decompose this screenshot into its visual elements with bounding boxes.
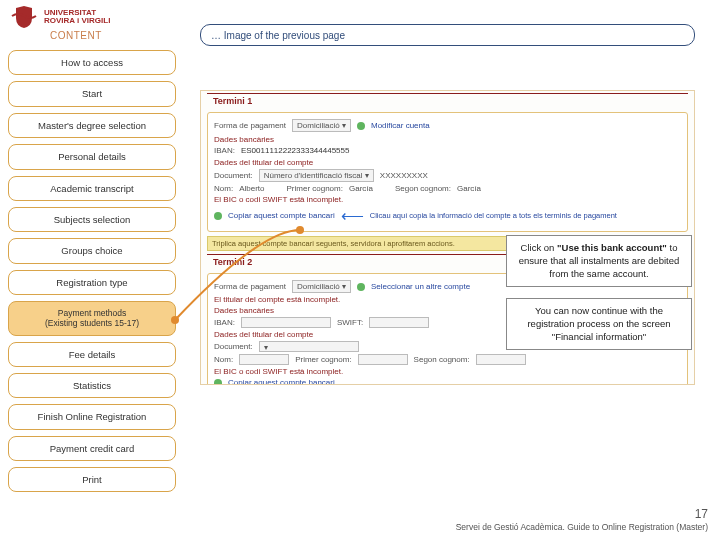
term1-modify-link[interactable]: Modificar cuenta [371,121,430,130]
term1-copy-btn[interactable]: Copiar aquest compte bancari [228,211,335,220]
term1-pay-label: Forma de pagament [214,121,286,130]
term1-arrow-text: Clicau aquí copia la informació del comp… [370,211,617,220]
term1-doc-code: XXXXXXXXX [380,171,428,180]
term2-select-link[interactable]: Seleccionar un altre compte [371,282,470,291]
term1-bic-note: El BIC o codi SWIFT està incomplet. [214,195,343,204]
term1-title: Termini 1 [207,93,688,108]
footer: 17 Servei de Gestió Acadèmica. Guide to … [456,507,708,532]
callout-box-2: You can now continue with the registrati… [506,298,692,350]
callout1-b: "Use this bank account" [557,242,667,253]
nav-academic-transcript[interactable]: Academic transcript [8,176,176,201]
nav-payment-credit-card[interactable]: Payment credit card [8,436,176,461]
term2-cognom1-label: Primer cognom: [295,355,351,364]
term2-doc-select[interactable]: ▾ [259,341,359,352]
nav-statistics[interactable]: Statistics [8,373,176,398]
term1-cognom1-value: García [349,184,373,193]
term1-doc-label: Document: [214,171,253,180]
term2-pay-label: Forma de pagament [214,282,286,291]
nav-print[interactable]: Print [8,467,176,492]
term2-iban-label: IBAN: [214,318,235,327]
nav-fee-details[interactable]: Fee details [8,342,176,367]
term1-nom-value: Alberto [239,184,264,193]
callout1-a: Click on [521,242,557,253]
term2-copy-btn[interactable]: Copiar aquest compte bancari [228,378,335,385]
content-header: CONTENT [50,30,102,41]
term2-cognom2-input[interactable] [476,354,526,365]
nav-payment-methods[interactable]: Payment methods (Existing students 15-17… [8,301,176,335]
term2-swift-label: SWIFT: [337,318,363,327]
logo-line2: ROVIRA i VIRGILI [44,17,110,25]
copy-dot-icon [214,212,222,220]
nav-groups-choice[interactable]: Groups choice [8,238,176,263]
status-dot-icon [357,122,365,130]
term1-dades: Dades bancàries [214,135,681,144]
term1-cognom2-label: Segon cognom: [395,184,451,193]
term2-nom-input[interactable] [239,354,289,365]
term1-cognom1-label: Primer cognom: [286,184,342,193]
top-banner-text: … Image of the previous page [211,30,345,41]
nav-finish-registration[interactable]: Finish Online Registration [8,404,176,429]
nav-registration-type[interactable]: Registration type [8,270,176,295]
term1-doc-select[interactable]: Número d'identificació fiscal ▾ [259,169,374,182]
arrow-left-icon: ⟵ [341,206,364,225]
term1-iban-label: IBAN: [214,146,235,155]
footer-text: Servei de Gestió Acadèmica. Guide to Onl… [456,522,708,532]
term2-swift-input[interactable] [369,317,429,328]
term1-pay-select[interactable]: Domiciliació ▾ [292,119,351,132]
callout-box-1: Click on "Use this bank account" to ensu… [506,235,692,287]
status-dot-icon [357,283,365,291]
copy-dot-icon [214,379,222,386]
top-banner: … Image of the previous page [200,24,695,46]
term1-titular: Dades del titular del compte [214,158,681,167]
nav-personal-details[interactable]: Personal details [8,144,176,169]
term1-iban-value: ES0011112222333344445555 [241,146,350,155]
term2-cognom1-input[interactable] [358,354,408,365]
term2-iban-input[interactable] [241,317,331,328]
nav-subjects-selection[interactable]: Subjects selection [8,207,176,232]
term1-cognom2-value: García [457,184,481,193]
term2-nom-label: Nom: [214,355,233,364]
term2-doc-label: Document: [214,342,253,351]
term1-box: Forma de pagament Domiciliació ▾ Modific… [207,112,688,232]
nav-start[interactable]: Start [8,81,176,106]
page-number: 17 [456,507,708,521]
term2-bic-note: El BIC o codi SWIFT està incomplet. [214,367,681,376]
term2-cognom2-label: Segon cognom: [414,355,470,364]
nav-masters-degree[interactable]: Master's degree selection [8,113,176,138]
term2-pay-select[interactable]: Domiciliació ▾ [292,280,351,293]
nav-how-to-access[interactable]: How to access [8,50,176,75]
sidebar-nav: How to access Start Master's degree sele… [8,50,176,492]
university-logo: UNIVERSITAT ROVIRA i VIRGILI [10,6,110,28]
term1-nom-label: Nom: [214,184,233,193]
callout2: You can now continue with the registrati… [527,305,670,342]
shield-icon [10,6,38,28]
